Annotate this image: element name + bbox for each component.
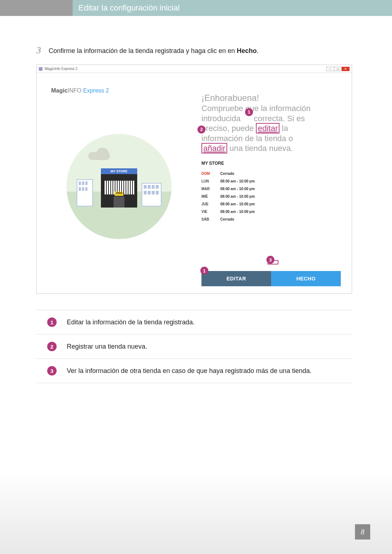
- day-label: MIÉ: [201, 194, 212, 198]
- legend-table: 1 Editar la información de la tienda reg…: [36, 310, 352, 383]
- logo-info: INFO: [68, 87, 81, 94]
- store-sign: MY STORE: [101, 168, 137, 174]
- page-header: Editar la configuración inicial: [0, 0, 392, 16]
- legend-num: 1: [47, 317, 57, 327]
- page-content: 3 Confirme la información de la tienda r…: [0, 16, 392, 383]
- congrats-line: añadir una tienda nueva.: [201, 143, 341, 153]
- legend-row: 2 Registrar una tienda nueva.: [36, 334, 352, 358]
- store-illustration: MY STORE OPEN: [66, 134, 172, 239]
- day-label: DOM: [201, 172, 212, 176]
- callout-3: 3: [266, 256, 274, 264]
- congrats-line: preciso, puede editar la: [201, 123, 341, 134]
- day-label: JUE: [201, 202, 212, 206]
- legend-row: 3 Ver la información de otra tienda en c…: [36, 358, 352, 383]
- congrats-line: introducida correcta. Si es: [201, 114, 341, 124]
- day-label: VIE: [201, 210, 212, 214]
- legend-num: 3: [47, 366, 57, 376]
- building-left-icon: [77, 179, 93, 206]
- close-button[interactable]: ✕: [342, 67, 350, 71]
- legend-text: Editar la información de la tienda regis…: [67, 319, 195, 326]
- app-body: MagicINFO Express 2 M: [37, 73, 352, 294]
- hours-value: 08:00 am - 10:00 pm: [220, 202, 255, 206]
- hours-value: 08:00 am - 10:00 pm: [220, 194, 255, 198]
- cloud-icon: [96, 148, 109, 160]
- congrats-line: Compruebe que la información: [201, 103, 341, 114]
- editar-button[interactable]: 1 EDITAR: [201, 271, 271, 286]
- pager-wrap: 3: [268, 260, 278, 264]
- callout-1: 1: [200, 267, 208, 275]
- congrats-l3b: la: [279, 124, 288, 133]
- window-titlebar: MagicInfo Express 2 — ▭ ✕: [37, 65, 352, 73]
- congrats-title: ¡Enhorabuena!: [201, 93, 341, 103]
- hours-row: MIÉ08:00 am - 10:00 pm: [201, 194, 341, 198]
- day-label: LUN: [201, 179, 212, 183]
- anadir-link[interactable]: añadir: [201, 143, 227, 153]
- header-left-block: [0, 0, 73, 16]
- congrats-l2a: introducida: [201, 114, 243, 123]
- app-left-pane: MagicINFO Express 2 M: [37, 73, 194, 294]
- callout-1: 1: [245, 108, 253, 116]
- step-text-b: .: [257, 47, 258, 54]
- page-number: 8: [355, 524, 370, 539]
- hours-row: LUN08:00 am - 10:00 pm: [201, 179, 341, 183]
- store-name-label: MY STORE: [201, 161, 341, 166]
- step-text-a: Confirme la información de la tienda reg…: [49, 47, 237, 54]
- step-text: Confirme la información de la tienda reg…: [49, 45, 258, 56]
- window-buttons: — ▭ ✕: [327, 67, 350, 71]
- hours-row: DOMCerrado: [201, 172, 341, 176]
- day-label: SÁB: [201, 217, 212, 221]
- congrats-message: ¡Enhorabuena! Compruebe que la informaci…: [201, 93, 341, 153]
- logo-magic: Magic: [51, 87, 68, 94]
- step-number: 3: [36, 45, 43, 56]
- hours-value: 08:00 am - 10:00 pm: [220, 179, 255, 183]
- editar-link[interactable]: editar: [256, 123, 279, 134]
- callout-2: 2: [197, 126, 205, 134]
- minimize-button[interactable]: —: [326, 67, 334, 71]
- hecho-button[interactable]: HECHO: [271, 271, 341, 286]
- congrats-l2b: correcta. Si es: [252, 114, 305, 123]
- hecho-button-label: HECHO: [296, 276, 315, 282]
- app-favicon: [39, 67, 42, 71]
- editar-button-label: EDITAR: [226, 276, 246, 282]
- hours-table: DOMCerrado LUN08:00 am - 10:00 pm MAR08:…: [201, 172, 341, 225]
- hours-value: 08:00 am - 10:00 pm: [220, 210, 255, 214]
- maximize-button[interactable]: ▭: [334, 67, 342, 71]
- hours-value: Cerrado: [220, 217, 234, 221]
- app-logo: MagicINFO Express 2: [51, 87, 187, 94]
- congrats-line: información de la tienda o: [201, 134, 341, 144]
- hours-row: VIE08:00 am - 10:00 pm: [201, 210, 341, 214]
- legend-row: 1 Editar la información de la tienda reg…: [36, 310, 352, 334]
- page-title: Editar la configuración inicial: [73, 0, 392, 16]
- logo-version: 2: [106, 87, 109, 94]
- legend-num: 2: [47, 342, 57, 351]
- hours-value: 08:00 am - 10:00 pm: [220, 187, 255, 191]
- day-label: MAR: [201, 187, 212, 191]
- button-row: 1 EDITAR HECHO: [201, 271, 341, 286]
- app-screenshot: MagicInfo Express 2 — ▭ ✕ MagicINFO Expr…: [36, 65, 352, 294]
- hours-row: MAR08:00 am - 10:00 pm: [201, 187, 341, 191]
- legend-text: Ver la información de otra tienda en cas…: [67, 367, 311, 375]
- hours-row: JUE08:00 am - 10:00 pm: [201, 202, 341, 206]
- app-right-pane: ¡Enhorabuena! Compruebe que la informaci…: [194, 73, 352, 294]
- store-icon: MY STORE OPEN: [101, 168, 137, 208]
- building-right-icon: [142, 183, 162, 206]
- window-title: MagicInfo Express 2: [45, 67, 78, 71]
- step-row: 3 Confirme la información de la tienda r…: [36, 45, 354, 56]
- open-sign: OPEN: [115, 192, 123, 196]
- congrats-l3a: preciso, puede: [201, 124, 256, 133]
- hours-row: SÁBCerrado: [201, 217, 341, 221]
- step-text-bold: Hecho: [237, 47, 257, 54]
- congrats-l5b: una tienda nueva.: [227, 144, 293, 153]
- hours-value: Cerrado: [220, 172, 234, 176]
- legend-text: Registrar una tienda nueva.: [67, 343, 147, 350]
- logo-express: Express: [83, 87, 104, 94]
